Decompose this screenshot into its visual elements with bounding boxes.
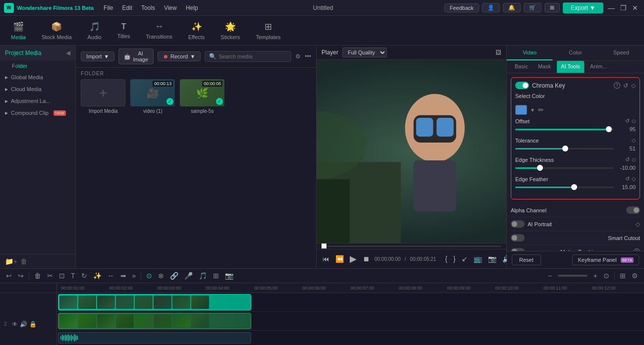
crop-button[interactable]: ⊡ [57, 271, 67, 281]
ripple-button[interactable]: ⊗ [156, 271, 166, 281]
snapshot-button[interactable]: 📷 [487, 254, 497, 264]
export-button[interactable]: Export ▼ [563, 2, 603, 13]
edge-thickness-reset-icon[interactable]: ↺ [625, 156, 630, 163]
close-button[interactable]: ✕ [630, 3, 640, 13]
delete-folder-icon[interactable]: 🗑 [20, 257, 27, 265]
tolerance-thumb[interactable] [562, 146, 568, 151]
rp-subtab-basic[interactable]: Basic [511, 61, 532, 73]
camera-button[interactable]: 📷 [223, 271, 235, 281]
video-clip-v2[interactable] [58, 313, 251, 329]
track2-clip-area[interactable] [57, 293, 644, 311]
edge-thickness-diamond-icon[interactable]: ◇ [632, 156, 636, 163]
alpha-channel-toggle[interactable] [626, 206, 640, 214]
edge-feather-slider[interactable] [515, 187, 614, 188]
insert-button[interactable]: ↙ [461, 254, 469, 264]
add-folder-icon[interactable]: 📁+ [5, 257, 17, 265]
settings-button[interactable]: ⚙ [630, 271, 640, 281]
redo-button[interactable]: ↪ [16, 271, 26, 281]
chroma-key-toggle[interactable] [515, 82, 529, 89]
color-swatch[interactable] [515, 105, 527, 115]
ai-image-button[interactable]: 🤖 AI Image [118, 49, 154, 64]
stop-button[interactable]: ⏹ [362, 254, 371, 264]
menu-tools[interactable]: Tools [137, 3, 159, 12]
ai-portrait-toggle[interactable] [511, 220, 525, 228]
audio-detach-button[interactable]: 🎵 [197, 271, 209, 281]
edge-feather-diamond-icon[interactable]: ◇ [632, 176, 636, 182]
audio-clip[interactable] [58, 332, 251, 344]
grid-button[interactable]: ⊞ [618, 271, 628, 281]
menu-view[interactable]: View [160, 3, 181, 12]
offset-thumb[interactable] [606, 126, 612, 132]
menu-help[interactable]: Help [182, 3, 202, 12]
eyedropper-icon[interactable]: ✏ [538, 106, 544, 114]
chroma-reset-icon[interactable]: ↺ [623, 82, 628, 89]
tab-effects[interactable]: ✨ Effects [181, 18, 212, 43]
split-screen-button[interactable]: ⊞ [211, 271, 221, 281]
record-button[interactable]: ⏺ Record ▼ [158, 51, 201, 61]
track2-audio-icon[interactable]: 🔊 [20, 321, 27, 328]
edge-thickness-slider[interactable] [515, 167, 614, 169]
motion-tracking-toggle[interactable] [511, 248, 525, 251]
fit-button[interactable]: ⊙ [601, 271, 611, 281]
undo-button[interactable]: ↩ [4, 271, 14, 281]
minimize-button[interactable]: — [606, 3, 616, 13]
offset-slider[interactable] [515, 129, 614, 130]
transition-add-button[interactable]: ↔ [106, 271, 116, 281]
sidebar-item-compound[interactable]: ▶ Compound Clip NEW [0, 107, 75, 119]
rp-tab-color[interactable]: Color [552, 46, 598, 60]
cut-button[interactable]: ✂ [45, 271, 55, 281]
zoom-out-button[interactable]: − [546, 271, 554, 281]
rp-subtab-anim[interactable]: Anim... [586, 61, 611, 73]
link-button[interactable]: 🔗 [168, 271, 180, 281]
reset-button[interactable]: Reset [512, 254, 541, 265]
chroma-diamond-icon[interactable]: ◇ [631, 82, 636, 89]
motion-button[interactable]: ➡ [118, 271, 128, 281]
mark-in-button[interactable]: { [444, 254, 448, 264]
mic-button[interactable]: 🎤 [182, 271, 195, 281]
preview-image-icon[interactable]: 🖼 [495, 49, 501, 56]
apps-icon[interactable]: ⊞ [544, 3, 560, 12]
import-button[interactable]: Import ▼ [81, 51, 114, 61]
more-tools-button[interactable]: » [130, 271, 138, 281]
rp-subtab-aitools[interactable]: AI Tools [557, 61, 584, 73]
sidebar-item-global-media[interactable]: ▶ Global Media [0, 71, 75, 83]
rp-tab-video[interactable]: Video [507, 46, 552, 60]
video-clip-v1[interactable] [58, 294, 251, 310]
sidebar-item-adjustment[interactable]: ▶ Adjustment La... [0, 95, 75, 107]
text-button[interactable]: T [69, 271, 77, 281]
mark-out-button[interactable]: } [452, 254, 457, 264]
track-audio-clip-area[interactable] [57, 331, 644, 345]
edge-thickness-thumb[interactable] [537, 165, 543, 171]
tab-titles[interactable]: T Titles [110, 19, 137, 42]
smart-cutout-toggle[interactable] [511, 234, 525, 242]
sidebar-item-folder[interactable]: Folder [0, 60, 75, 71]
effects-button[interactable]: ✨ [91, 271, 104, 281]
more-icon[interactable]: ••• [305, 53, 311, 60]
quality-select[interactable]: Full Quality 1/2 Quality 1/4 Quality [342, 48, 387, 57]
feedback-button[interactable]: Feedback [444, 3, 479, 12]
zoom-slider[interactable] [558, 275, 588, 277]
snap-button[interactable]: ⊙ [144, 271, 154, 281]
menu-file[interactable]: File [100, 3, 117, 12]
rotate-button[interactable]: ↻ [79, 271, 89, 281]
chroma-help-icon[interactable]: ? [614, 82, 620, 89]
sidebar-item-cloud-media[interactable]: ▶ Cloud Media [0, 83, 75, 95]
play-button[interactable]: ▶ [349, 252, 358, 265]
track1-clip-area[interactable] [57, 312, 644, 330]
keyframe-panel-button[interactable]: Keyframe Panel BETA [572, 254, 639, 265]
tab-stock-media[interactable]: 📦 Stock Media [35, 18, 79, 43]
tab-stickers[interactable]: 🌟 Stickers [214, 18, 247, 43]
zoom-in-button[interactable]: + [591, 271, 599, 281]
track2-lock-icon[interactable]: 🔒 [29, 321, 37, 328]
progress-thumb[interactable] [322, 244, 326, 248]
edge-feather-thumb[interactable] [571, 184, 577, 190]
rp-subtab-mask[interactable]: Mask [534, 61, 555, 73]
tab-audio[interactable]: 🎵 Audio [81, 18, 108, 43]
tab-media[interactable]: 🎬 Media [4, 18, 33, 43]
offset-diamond-icon[interactable]: ◇ [632, 118, 636, 124]
sample5s-item[interactable]: 🌿 00:00:05 ✓ sample-5s [180, 79, 224, 114]
video1-item[interactable]: 🎥 00:00:13 ✓ video (1) [130, 79, 175, 114]
rewind-button[interactable]: ⏪ [334, 254, 345, 264]
account-icon[interactable]: 👤 [482, 3, 500, 12]
tolerance-slider[interactable] [515, 148, 614, 149]
